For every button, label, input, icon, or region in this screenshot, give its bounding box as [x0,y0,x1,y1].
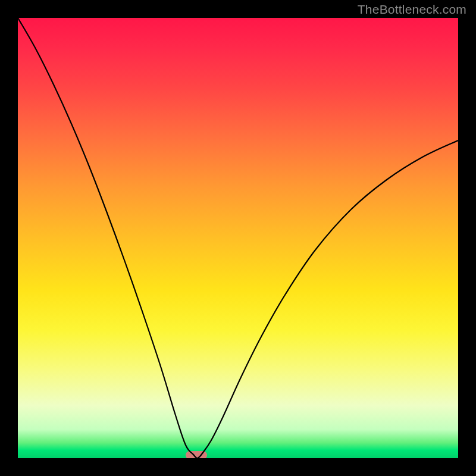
plot-area [18,18,458,458]
watermark-text: TheBottleneck.com [358,2,466,17]
bottleneck-curve [18,18,458,458]
curve-path [18,18,458,458]
chart-frame: TheBottleneck.com [0,0,476,476]
